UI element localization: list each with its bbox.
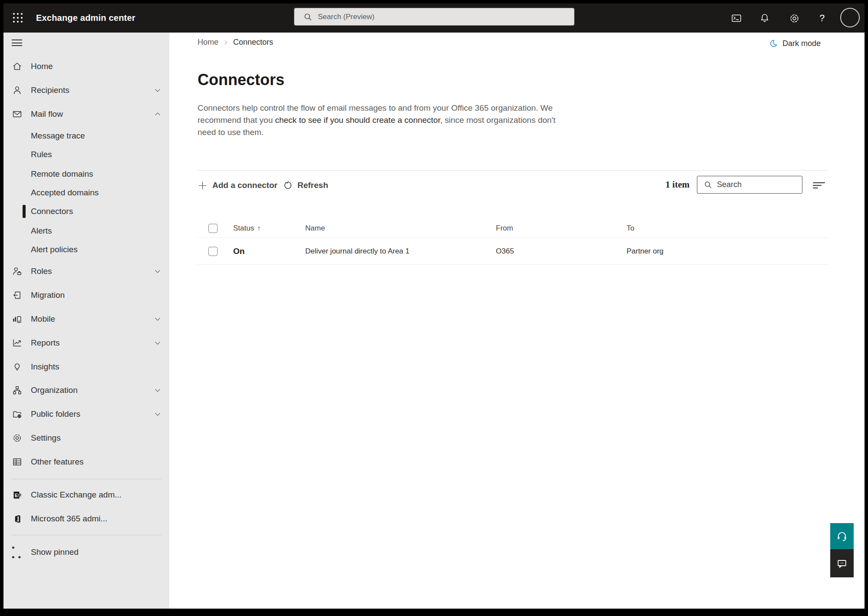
chevron-down-icon: [154, 315, 162, 323]
column-header-from[interactable]: From: [496, 224, 513, 233]
sidebar-item-settings[interactable]: Settings: [3, 428, 169, 448]
sidebar-item-remote-domains[interactable]: Remote domains: [3, 165, 169, 184]
item-count: 1 item: [666, 179, 690, 190]
chevron-down-icon: [154, 339, 162, 347]
breadcrumb-current: Connectors: [233, 38, 273, 47]
folder-globe-icon: [12, 409, 23, 420]
table-search-box[interactable]: [697, 176, 802, 194]
chat-icon: [836, 557, 848, 570]
sidebar-item-other-features[interactable]: Other features: [3, 452, 169, 471]
home-icon: [12, 61, 23, 72]
chevron-up-icon: [154, 110, 162, 118]
row-to: Partner org: [627, 247, 663, 256]
left-nav: Home Recipients Mail flow Message trace …: [3, 33, 169, 609]
person-icon: [12, 85, 23, 96]
refresh-button[interactable]: Refresh: [283, 176, 328, 195]
chevron-down-icon: [154, 386, 162, 394]
sidebar-item-migration[interactable]: Migration: [3, 286, 169, 305]
bell-icon: [759, 13, 770, 24]
lightbulb-icon: [12, 362, 23, 372]
sidebar-divider: [12, 535, 161, 535]
notifications-button[interactable]: [758, 11, 772, 25]
moon-icon: [769, 39, 778, 48]
mobile-devices-icon: [12, 314, 23, 325]
toolbar-top-divider: [198, 170, 828, 171]
table-search-input[interactable]: [713, 176, 802, 193]
sidebar-item-insights[interactable]: Insights: [3, 357, 169, 376]
top-bar: Exchange admin center: [3, 3, 865, 33]
table-header-row: Status ↑ Name From To: [169, 219, 865, 237]
row-status: On: [233, 247, 244, 256]
row-name: Deliver journal directly to Area 1: [305, 247, 409, 256]
refresh-icon: [283, 181, 293, 190]
feedback-button[interactable]: [830, 549, 854, 577]
global-search-box[interactable]: [294, 8, 574, 26]
headset-icon: [836, 530, 848, 542]
svg-text:E: E: [15, 493, 18, 498]
screenshot-frame: Exchange admin center: [0, 0, 868, 616]
migration-icon: [12, 290, 23, 301]
chevron-down-icon: [154, 86, 162, 94]
org-chart-icon: [12, 385, 23, 396]
add-connector-button[interactable]: Add a connector: [198, 176, 277, 195]
support-button[interactable]: [830, 523, 854, 549]
microsoft-365-logo-icon: [12, 514, 23, 524]
sidebar-divider: [12, 479, 161, 479]
dark-mode-label: Dark mode: [782, 39, 821, 48]
breadcrumb-home-link[interactable]: Home: [198, 38, 218, 47]
sidebar-item-rules[interactable]: Rules: [3, 145, 169, 164]
column-header-status[interactable]: Status ↑: [233, 224, 261, 233]
dark-mode-toggle[interactable]: Dark mode: [769, 39, 821, 48]
selected-indicator: [23, 205, 26, 218]
sidebar-item-accepted-domains[interactable]: Accepted domains: [3, 183, 169, 202]
column-header-to[interactable]: To: [627, 224, 634, 233]
table-row[interactable]: On Deliver journal directly to Area 1 O3…: [169, 238, 865, 264]
help-button[interactable]: ?: [815, 11, 829, 25]
sidebar-item-show-pinned[interactable]: • • • Show pinned: [3, 543, 169, 562]
row-checkbox[interactable]: [208, 247, 218, 256]
row-from: O365: [496, 247, 514, 256]
sidebar-item-classic-exchange[interactable]: E Classic Exchange adm...: [3, 485, 169, 504]
sidebar-item-microsoft-365-admin[interactable]: Microsoft 365 admi...: [3, 509, 169, 528]
sidebar-item-alerts[interactable]: Alerts: [3, 221, 169, 240]
settings-button[interactable]: [787, 11, 801, 25]
chevron-down-icon: [154, 410, 162, 418]
gear-icon: [12, 433, 23, 444]
main-content: Home Connectors Dark mode Connectors Con…: [169, 33, 865, 609]
exchange-logo-icon: E: [12, 490, 23, 501]
help-icon: ?: [819, 13, 825, 24]
reports-icon: [12, 338, 23, 349]
sidebar-item-public-folders[interactable]: Public folders: [3, 405, 169, 424]
sidebar-item-organization[interactable]: Organization: [3, 381, 169, 400]
roles-icon: [12, 266, 23, 277]
app-launcher-button[interactable]: [10, 10, 25, 25]
exchange-admin-center-app: Exchange admin center: [3, 3, 865, 609]
sidebar-item-mobile[interactable]: Mobile: [3, 310, 169, 329]
search-icon: [303, 12, 313, 22]
account-avatar[interactable]: [840, 8, 860, 27]
breadcrumb: Home Connectors: [198, 38, 273, 47]
waffle-icon: [12, 12, 23, 23]
sidebar-item-mail-flow[interactable]: Mail flow: [3, 105, 169, 124]
select-all-checkbox[interactable]: [208, 224, 218, 233]
nav-collapse-button[interactable]: [12, 40, 22, 46]
sidebar-item-home[interactable]: Home: [3, 57, 169, 76]
sidebar-item-connectors[interactable]: Connectors: [3, 202, 169, 221]
create-connector-check-link[interactable]: check to see if you should create a conn…: [275, 115, 440, 125]
sidebar-item-roles[interactable]: Roles: [3, 262, 169, 281]
filter-icon: [812, 180, 825, 191]
sidebar-item-alert-policies[interactable]: Alert policies: [3, 240, 169, 259]
sidebar-item-message-trace[interactable]: Message trace: [3, 126, 169, 145]
ellipsis-icon: • • •: [12, 547, 23, 558]
page-title: Connectors: [198, 71, 284, 89]
column-header-name[interactable]: Name: [305, 224, 325, 233]
search-icon: [703, 180, 713, 189]
table-icon: [12, 457, 23, 468]
sidebar-item-reports[interactable]: Reports: [3, 333, 169, 352]
page-description: Connectors help control the flow of emai…: [198, 102, 566, 138]
sidebar-item-recipients[interactable]: Recipients: [3, 81, 169, 100]
filter-button[interactable]: [811, 178, 827, 192]
gear-icon: [789, 13, 800, 24]
global-search-input[interactable]: [313, 8, 574, 25]
cloud-shell-button[interactable]: [729, 11, 743, 25]
